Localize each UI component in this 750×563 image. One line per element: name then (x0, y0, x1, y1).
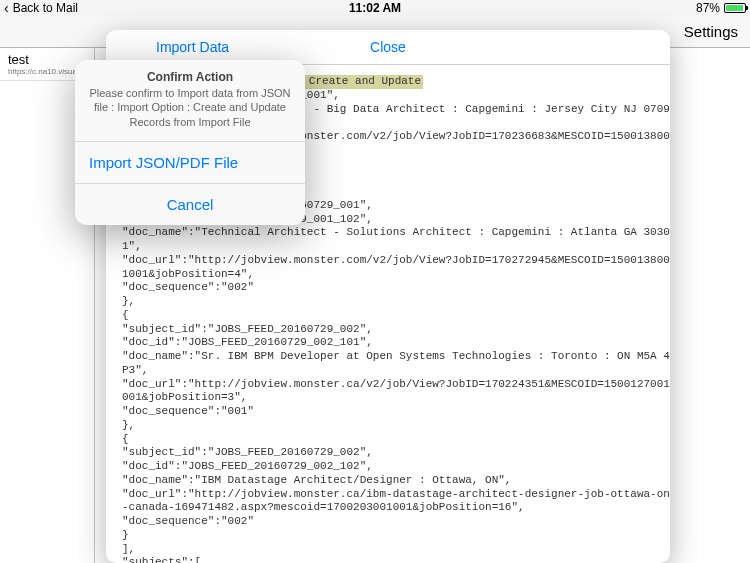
import-json-pdf-button[interactable]: Import JSON/PDF File (75, 141, 305, 183)
close-button[interactable]: Close (370, 39, 406, 55)
status-battery: 87% (696, 1, 746, 15)
confirm-popover: Confirm Action Please confirm to Import … (75, 60, 305, 225)
back-label: Back to Mail (13, 1, 78, 15)
status-back-to-mail[interactable]: ‹ Back to Mail (4, 0, 78, 16)
cancel-button[interactable]: Cancel (75, 183, 305, 225)
sidebar-item-title: test (8, 52, 86, 67)
popover-title: Confirm Action (75, 60, 305, 86)
import-data-button[interactable]: Import Data (156, 39, 229, 55)
status-bar: ‹ Back to Mail 11:02 AM 87% (0, 0, 750, 16)
chevron-left-icon: ‹ (4, 0, 9, 16)
status-time: 11:02 AM (349, 1, 401, 15)
settings-button[interactable]: Settings (684, 23, 738, 40)
battery-icon (724, 3, 746, 13)
battery-percent: 87% (696, 1, 720, 15)
popover-message: Please confirm to Import data from JSON … (75, 86, 305, 141)
